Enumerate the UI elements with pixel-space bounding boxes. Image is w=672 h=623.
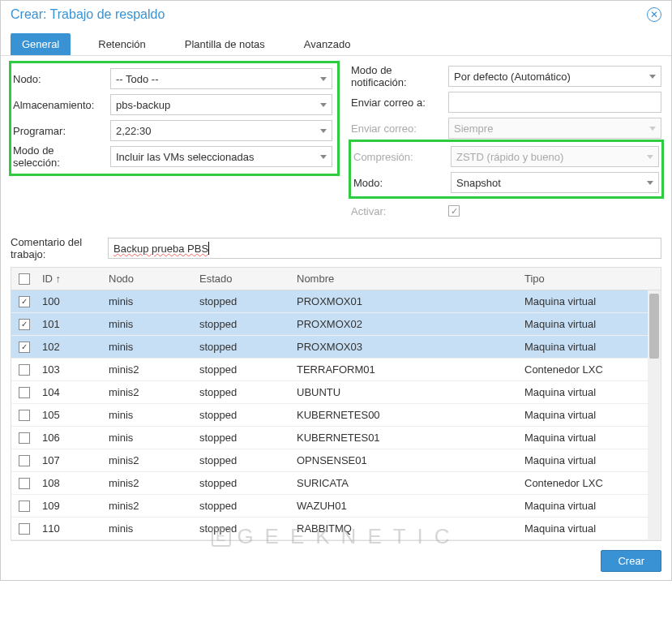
select-programar[interactable]: 2,22:30 — [110, 120, 332, 141]
select-modo-notificacion-value: Por defecto (Automático) — [454, 71, 571, 83]
table-row[interactable]: 103minis2stoppedTERRAFORM01Contenedor LX… — [11, 359, 661, 381]
cell-nombre: OPNSENSE01 — [297, 454, 524, 466]
table-row[interactable]: 106minisstoppedKUBERNETES01Maquina virtu… — [11, 427, 661, 449]
tab-avanzado-label: Avanzado — [304, 38, 351, 50]
label-activar: Activar: — [351, 205, 448, 217]
tab-general-label: General — [22, 38, 59, 50]
cell-tipo: Maquina virtual — [524, 454, 646, 466]
table-row[interactable]: 107minis2stoppedOPNSENSE01Maquina virtua… — [11, 449, 661, 472]
cell-id: 101 — [37, 318, 109, 330]
dialog-footer: Crear — [1, 544, 671, 580]
close-icon[interactable]: ✕ — [647, 7, 661, 22]
cell-tipo: Maquina virtual — [524, 386, 646, 398]
select-modo-seleccion-value: Incluir las VMs seleccionadas — [116, 151, 255, 163]
cell-estado: stopped — [199, 454, 297, 466]
row-checkbox[interactable] — [11, 410, 37, 421]
table-row[interactable]: 110minisstoppedRABBITMQMaquina virtual — [11, 518, 661, 540]
table-row[interactable]: 108minis2stoppedSURICATAContenedor LXC — [11, 472, 661, 495]
cell-tipo: Maquina virtual — [524, 432, 646, 444]
tab-general[interactable]: General — [11, 33, 71, 55]
table-row[interactable]: 101minisstoppedPROXMOX02Maquina virtual — [11, 313, 661, 336]
input-comentario[interactable]: Backup prueba PBS — [108, 238, 661, 259]
cell-id: 105 — [37, 409, 109, 421]
row-checkbox[interactable] — [11, 387, 37, 398]
cell-id: 102 — [37, 341, 109, 353]
table-row[interactable]: 104minis2stoppedUBUNTUMaquina virtual — [11, 381, 661, 404]
row-checkbox[interactable] — [11, 342, 37, 353]
tab-plantilla[interactable]: Plantilla de notas — [173, 33, 276, 55]
chevron-down-icon — [649, 127, 656, 131]
select-programar-value: 2,22:30 — [116, 125, 151, 137]
select-enviar-correo-value: Siempre — [454, 122, 493, 135]
create-button[interactable]: Crear — [601, 550, 661, 572]
cell-nombre: KUBERNETES01 — [297, 432, 524, 444]
row-checkbox[interactable] — [11, 501, 37, 512]
table-row[interactable]: 100minisstoppedPROXMOX01Maquina virtual — [11, 290, 661, 313]
scroll-thumb[interactable] — [649, 294, 659, 359]
label-programar: Programar: — [13, 125, 110, 137]
row-checkbox[interactable] — [11, 319, 37, 330]
tab-retencion-label: Retención — [98, 38, 146, 50]
header-id[interactable]: ID ↑ — [37, 273, 109, 285]
cell-nombre: WAZUH01 — [297, 500, 524, 512]
cell-nombre: KUBERNETES00 — [297, 409, 524, 421]
select-modo-notificacion[interactable]: Por defecto (Automático) — [448, 66, 661, 87]
cell-nodo: minis — [109, 341, 199, 353]
row-nodo: Nodo: -- Todo -- — [13, 67, 332, 91]
dialog-title: Crear: Trabajo de respaldo — [11, 7, 165, 22]
header-nodo[interactable]: Nodo — [109, 273, 199, 285]
select-almacenamiento[interactable]: pbs-backup — [110, 94, 332, 115]
select-modo-seleccion[interactable]: Incluir las VMs seleccionadas — [110, 146, 332, 167]
checkbox-activar[interactable]: ✓ — [448, 205, 460, 217]
row-checkbox[interactable] — [11, 296, 37, 307]
left-column: Nodo: -- Todo -- Almacenamiento: pbs-bac… — [11, 64, 335, 225]
cell-nombre: PROXMOX02 — [297, 318, 524, 330]
cell-tipo: Contenedor LXC — [524, 477, 646, 489]
row-email: Enviar correo a: — [351, 90, 661, 114]
row-modo-seleccion: Modo de selección: Incluir las VMs selec… — [13, 144, 332, 169]
header-nombre[interactable]: Nombre — [297, 273, 524, 285]
header-checkbox[interactable] — [11, 273, 37, 285]
row-compresion: Compresión: ZSTD (rápido y bueno) — [353, 144, 659, 169]
table-row[interactable]: 102minisstoppedPROXMOX03Maquina virtual — [11, 336, 661, 359]
cell-nodo: minis2 — [109, 477, 199, 489]
table-row[interactable]: 105minisstoppedKUBERNETES00Maquina virtu… — [11, 404, 661, 427]
tab-retencion[interactable]: Retención — [87, 33, 157, 55]
select-almacenamiento-value: pbs-backup — [116, 99, 170, 111]
header-estado[interactable]: Estado — [199, 273, 297, 285]
cell-nodo: minis — [109, 432, 199, 444]
select-nodo[interactable]: -- Todo -- — [110, 68, 332, 89]
cell-nodo: minis — [109, 522, 199, 535]
tab-avanzado[interactable]: Avanzado — [293, 33, 362, 55]
cell-estado: stopped — [199, 386, 297, 398]
input-comentario-value: Backup prueba PBS — [113, 243, 208, 255]
input-enviar-correo-a[interactable] — [448, 92, 661, 113]
header-tipo[interactable]: Tipo — [524, 273, 646, 285]
cell-estado: stopped — [199, 409, 297, 421]
cell-nodo: minis — [109, 318, 199, 330]
row-checkbox[interactable] — [11, 364, 37, 376]
select-modo-backup-value: Snapshot — [456, 177, 501, 189]
row-almacenamiento: Almacenamiento: pbs-backup — [13, 92, 332, 117]
row-checkbox[interactable] — [11, 523, 37, 535]
label-modo-notificacion-line2: notificación: — [351, 76, 407, 88]
cell-nodo: minis — [109, 409, 199, 421]
chevron-down-icon — [649, 75, 656, 79]
row-checkbox[interactable] — [11, 478, 37, 489]
label-enviar-correo: Enviar correo: — [351, 122, 448, 135]
tab-plantilla-label: Plantilla de notas — [185, 38, 265, 50]
row-checkbox[interactable] — [11, 432, 37, 444]
cell-tipo: Maquina virtual — [524, 341, 646, 353]
tab-bar: General Retención Plantilla de notas Ava… — [1, 28, 671, 56]
label-enviar-correo-a: Enviar correo a: — [351, 97, 448, 109]
table-row[interactable]: 109minis2stoppedWAZUH01Maquina virtual — [11, 495, 661, 518]
row-checkbox[interactable] — [11, 455, 37, 466]
chevron-down-icon — [320, 103, 327, 107]
scrollbar[interactable] — [648, 290, 661, 540]
cell-nodo: minis2 — [109, 500, 199, 512]
create-backup-job-dialog: Crear: Trabajo de respaldo ✕ General Ret… — [0, 0, 672, 581]
select-modo-backup[interactable]: Snapshot — [451, 172, 659, 193]
label-compresion: Compresión: — [353, 151, 451, 163]
cell-tipo: Maquina virtual — [524, 295, 646, 307]
row-modo-backup: Modo: Snapshot — [353, 170, 659, 195]
